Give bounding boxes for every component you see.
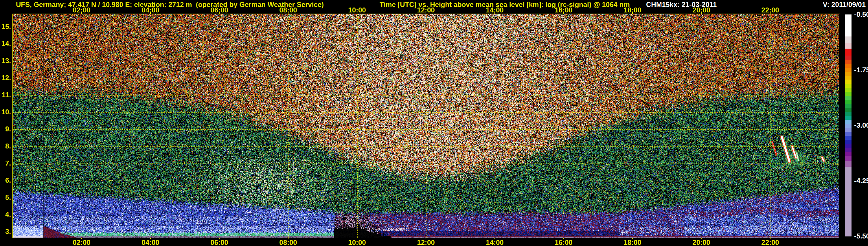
colorbar-segment [845,60,851,64]
colorbar-segment [845,76,851,80]
colorbar-segment [845,56,851,60]
height-tick-label: 10. [0,108,11,116]
time-tick-label-bottom: 02:00 [64,239,99,246]
time-tick-label-bottom: 10:00 [340,239,374,246]
time-tick-mark-bottom [770,238,771,239]
colorbar [845,14,851,236]
time-tick-label-bottom: 20:00 [684,239,719,246]
colorbar-tick-label: -5.50 [854,232,868,240]
time-tick-mark-bottom [494,238,495,239]
time-tick-label-bottom: 14:00 [477,239,512,246]
height-tick-label: 3. [0,227,11,236]
colorbar-segment [845,161,851,167]
time-tick-mark-bottom [288,238,288,239]
time-tick-label-bottom: 22:00 [753,239,787,246]
height-tick-label: 11. [0,91,11,99]
colorbar-segment [845,80,851,84]
colorbar-segment [845,156,851,161]
time-tick-mark-bottom [357,238,357,239]
time-tick-mark-bottom [219,238,220,239]
colorbar-segment [845,124,851,128]
colorbar-tick-label: -3.00 [854,121,868,129]
plot-frame [12,13,840,238]
colorbar-segment [845,92,851,96]
colorbar-segment [845,152,851,156]
time-tick-mark-bottom [701,238,702,239]
colorbar-segment [845,148,851,152]
colorbar-segment [845,64,851,68]
colorbar-tick-label: -4.25 [854,177,868,185]
height-tick-label: 7. [0,159,11,167]
colorbar-segment [845,36,851,43]
heatmap-canvas [13,14,839,238]
version-label: V: 2011/09/01 [781,1,866,9]
time-tick-label-bottom: 16:00 [546,239,581,246]
height-tick-label: 6. [0,176,11,184]
colorbar-segment [845,112,851,116]
colorbar-segment [845,14,851,36]
ceilometer-quicklook-app: UFS, Germany; 47.417 N / 10.980 E; eleva… [0,0,868,246]
time-tick-label-bottom: 06:00 [202,239,237,246]
colorbar-segment [845,100,851,104]
time-tick-mark-bottom [81,238,82,239]
time-tick-label-bottom: 18:00 [615,239,650,246]
colorbar-segment [845,140,851,144]
height-tick-label: 14. [0,40,11,48]
time-tick-mark-bottom [426,238,426,239]
colorbar-tick-label: -0.50 [854,10,868,19]
colorbar-segment [845,49,851,56]
colorbar-segment [845,84,851,88]
colorbar-segment [845,96,851,100]
colorbar-segment [845,116,851,120]
colorbar-segment [845,72,851,76]
height-tick-label: 5. [0,193,11,202]
colorbar-segment [845,104,851,108]
colorbar-segment [845,167,851,237]
time-tick-label-bottom: 12:00 [408,239,443,246]
colorbar-segment [845,132,851,136]
height-tick-label: 8. [0,142,11,150]
height-tick-label: 12. [0,74,11,82]
height-tick-label: 4. [0,210,11,218]
colorbar-segment [845,43,851,49]
colorbar-tick-label: -1.75 [854,66,868,74]
colorbar-segment [845,120,851,124]
time-tick-mark-bottom [632,238,633,239]
colorbar-segment [845,68,851,72]
time-tick-mark-bottom [563,238,564,239]
colorbar-segment [845,88,851,92]
height-tick-label: 13. [0,57,11,65]
height-tick-label: 9. [0,125,11,133]
colorbar-segment [845,136,851,140]
time-tick-label-bottom: 04:00 [133,239,168,246]
colorbar-segment [845,144,851,148]
time-tick-mark-bottom [150,238,151,239]
height-tick-label: 15. [0,23,11,31]
colorbar-segment [845,107,851,112]
time-tick-label-bottom: 08:00 [271,239,306,246]
colorbar-segment [845,128,851,132]
